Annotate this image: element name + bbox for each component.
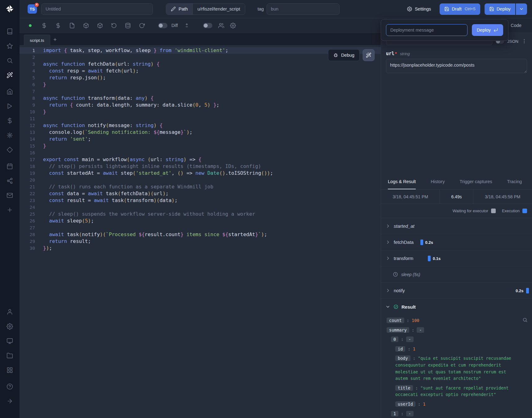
results-tab-tracing[interactable]: Tracing: [507, 174, 522, 189]
dollar-icon[interactable]: [41, 23, 47, 29]
path-value[interactable]: u/rfiszel/tender_script: [193, 4, 245, 15]
code-editor[interactable]: 1import { task, step, workflow, sleep } …: [20, 46, 381, 418]
code-line[interactable]: 11: [20, 115, 381, 122]
deploy-menu-button[interactable]: [516, 3, 527, 15]
sidebar-item-hub[interactable]: [7, 132, 13, 139]
code-line[interactable]: 7: [20, 88, 381, 95]
result-key[interactable]: body: [395, 355, 410, 361]
results-tab-history[interactable]: History: [431, 174, 445, 189]
sidebar-item-arrow-right[interactable]: [7, 398, 13, 404]
code-line[interactable]: 15}: [20, 143, 381, 149]
result-key[interactable]: userId: [395, 401, 415, 407]
sidebar-item-diamond[interactable]: [7, 147, 13, 153]
code-line[interactable]: 9 return { count: data.length, summary: …: [20, 102, 381, 108]
code-line[interactable]: 17export const main = workflow(async (ur…: [20, 156, 381, 163]
sidebar-item-help[interactable]: [7, 383, 13, 390]
sidebar-item-monitor[interactable]: [7, 338, 13, 344]
users-icon[interactable]: [218, 23, 224, 29]
code-line[interactable]: 19 const startedAt = await step('started…: [20, 170, 381, 177]
result-key[interactable]: count: [387, 318, 404, 323]
result-key[interactable]: 1: [391, 411, 398, 416]
sidebar-item-plus[interactable]: [7, 207, 13, 213]
code-line[interactable]: 8async function transform(data: any) {: [20, 95, 381, 102]
code-line[interactable]: 12async function notify(message: string)…: [20, 122, 381, 129]
result-key[interactable]: id: [395, 346, 405, 352]
result-value[interactable]: -: [417, 327, 424, 333]
code-line[interactable]: 6}: [20, 81, 381, 88]
code-line[interactable]: 4 const resp = await fetch(url);: [20, 68, 381, 74]
search-icon[interactable]: [522, 317, 528, 323]
code-line[interactable]: 1import { task, step, workflow, sleep } …: [20, 47, 381, 54]
mode-label[interactable]: Code: [511, 23, 532, 28]
timeline-step-transform[interactable]: transform0.1s: [381, 250, 532, 266]
code-line[interactable]: 22 const data = await task(fetchData)(ur…: [20, 190, 381, 197]
sidebar-item-home[interactable]: [7, 88, 13, 95]
code-line[interactable]: 20: [20, 177, 381, 183]
refresh-icon[interactable]: [139, 23, 145, 29]
popup-deploy-button[interactable]: Deploy: [472, 24, 503, 36]
script-title-input[interactable]: [41, 3, 153, 15]
diff-toggle[interactable]: [158, 23, 167, 28]
code-line[interactable]: 28 await task(notify)(`Processed ${resul…: [20, 231, 381, 238]
sidebar-item-folder[interactable]: [7, 352, 13, 359]
kebab-menu-icon[interactable]: [521, 38, 527, 44]
deploy-button[interactable]: Deploy: [485, 3, 515, 15]
timeline-step-notify[interactable]: notify0.2s: [381, 283, 532, 299]
code-line[interactable]: 27: [20, 224, 381, 231]
code-line[interactable]: 16: [20, 149, 381, 156]
sidebar-item-workflow[interactable]: [7, 178, 13, 184]
result-header[interactable]: Result: [381, 299, 532, 315]
timeline-step-fetchData[interactable]: fetchData0.2s: [381, 234, 532, 250]
timeline-step-started_at[interactable]: started_at: [381, 218, 532, 234]
status-dot-icon[interactable]: [27, 23, 33, 29]
database-icon[interactable]: [125, 23, 131, 29]
sidebar-item-gear[interactable]: [7, 323, 13, 330]
deployment-message-input[interactable]: [386, 24, 468, 36]
code-line[interactable]: 10}: [20, 108, 381, 115]
gear-icon[interactable]: [230, 23, 236, 29]
sidebar-item-star[interactable]: [7, 43, 13, 49]
sidebar-item-wand[interactable]: [7, 72, 13, 78]
settings-button[interactable]: Settings: [403, 3, 435, 15]
sidebar-item-book[interactable]: [7, 28, 13, 35]
tag-input[interactable]: [267, 3, 339, 15]
draft-button[interactable]: Draft Ctrl+S: [440, 3, 480, 15]
code-line[interactable]: 18 // step() persists lightweight inline…: [20, 163, 381, 170]
code-line[interactable]: 5 return resp.json();: [20, 74, 381, 81]
debug-button[interactable]: Debug: [328, 49, 360, 61]
code-line[interactable]: 24: [20, 204, 381, 211]
results-tab-trigger-captures[interactable]: Trigger captures: [459, 174, 492, 189]
result-key[interactable]: title: [395, 385, 413, 391]
sidebar-item-grid[interactable]: [7, 367, 13, 373]
code-line[interactable]: 23 const result = await task(transform)(…: [20, 197, 381, 204]
tab-script-ts[interactable]: script.ts: [24, 35, 50, 46]
dollar-icon[interactable]: [55, 23, 61, 29]
package-icon[interactable]: [83, 23, 89, 29]
ai-wand-button[interactable]: [363, 49, 375, 61]
code-line[interactable]: 29 return result;: [20, 238, 381, 245]
sidebar-item-user[interactable]: [7, 309, 13, 315]
sidebar-item-play[interactable]: [7, 103, 13, 109]
results-tab-logs-result[interactable]: Logs & Result: [388, 174, 416, 189]
sidebar-item-search[interactable]: [7, 57, 13, 64]
result-key[interactable]: 0: [391, 337, 398, 342]
diff-stat-icon[interactable]: [184, 23, 190, 29]
path-edit-button[interactable]: Path: [166, 4, 193, 15]
multiplayer-toggle[interactable]: [203, 23, 212, 28]
code-line[interactable]: 30});: [20, 245, 381, 252]
url-input[interactable]: https://jsonplaceholder.typicode.com/pos…: [386, 59, 527, 73]
package-icon[interactable]: [97, 23, 103, 29]
add-tab-button[interactable]: +: [50, 34, 60, 45]
code-line[interactable]: 26 await sleep(5);: [20, 218, 381, 224]
result-value[interactable]: -: [406, 337, 414, 342]
code-line[interactable]: 3async function fetchData(url: string) {: [20, 61, 381, 68]
sidebar-item-dollar[interactable]: [7, 117, 13, 124]
result-key[interactable]: summary: [387, 327, 409, 333]
code-line[interactable]: 2: [20, 54, 381, 61]
sidebar-item-calendar[interactable]: [7, 163, 13, 169]
code-line[interactable]: 14 return 'sent';: [20, 136, 381, 143]
sidebar-item-mail[interactable]: [7, 192, 13, 199]
result-value[interactable]: -: [406, 411, 414, 416]
windmill-logo-icon[interactable]: [5, 4, 14, 13]
code-line[interactable]: 13 console.log(`Sending notification: ${…: [20, 129, 381, 136]
